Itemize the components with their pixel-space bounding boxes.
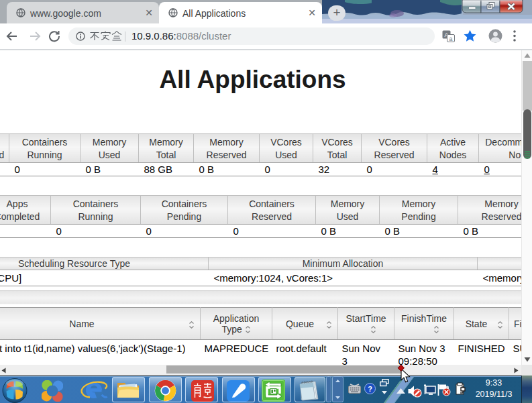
svg-text:?: ? (368, 385, 372, 393)
svg-text:a: a (449, 36, 452, 42)
